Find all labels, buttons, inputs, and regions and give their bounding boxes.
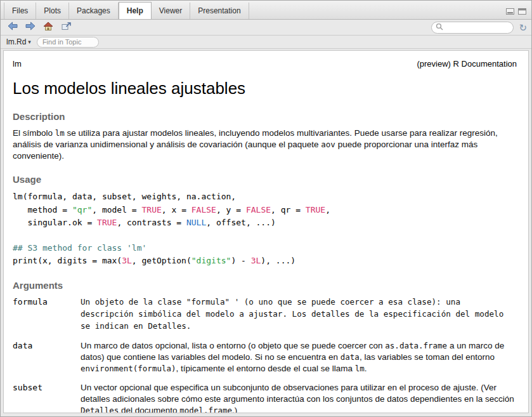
text-segment: . <box>365 364 367 373</box>
back-arrow-icon <box>8 22 18 33</box>
argument-row-data: data Un marco de datos opcional, lista o… <box>13 340 517 374</box>
home-button[interactable] <box>41 21 56 34</box>
maximize-pane-icon[interactable] <box>518 8 526 15</box>
code-token-comment: ## S3 method for class 'lm' <box>13 243 146 253</box>
minimize-pane-icon[interactable] <box>506 8 514 15</box>
code-token-const: FALSE <box>191 205 216 215</box>
tab-files-label: Files <box>12 6 28 15</box>
description-paragraph: El símbolo lm se utiliza para ajustar mo… <box>13 128 517 161</box>
code-token-const: FALSE <box>246 205 271 215</box>
find-in-topic-input[interactable] <box>37 37 99 48</box>
text-segment: .) <box>232 406 237 413</box>
tab-plots-label: Plots <box>44 6 61 15</box>
help-toolbar: ↻ <box>1 20 531 36</box>
code-token: , qr = <box>271 205 306 215</box>
inline-code: data <box>341 352 360 362</box>
code-token-num: 3L <box>122 256 132 265</box>
code-line: ## S3 method for class 'lm' <box>13 242 517 255</box>
toolbar-right-group: ↻ <box>431 22 527 34</box>
code-token: print(x, digits = max( <box>13 256 122 265</box>
tab-packages[interactable]: Packages <box>69 3 119 19</box>
argument-description: Un vector opcional que especifica un sub… <box>81 382 517 413</box>
code-token: , y = <box>216 205 246 215</box>
tab-viewer[interactable]: Viewer <box>152 3 190 19</box>
tab-presentation-label: Presentation <box>198 6 240 15</box>
text-segment: Un objeto de la clase "formula" ' (o uno… <box>81 297 503 331</box>
text-segment: , típicamente el entorno desde el cual s… <box>176 364 355 373</box>
code-token-const: TRUE <box>97 218 117 227</box>
argument-row-formula: formula Un objeto de la clase "formula" … <box>13 296 517 333</box>
help-search-box[interactable] <box>431 22 514 34</box>
code-token: , offset, ...) <box>206 218 276 227</box>
code-token-str: "digits" <box>191 256 231 265</box>
code-token: , x = <box>162 205 191 215</box>
window-controls <box>506 8 531 19</box>
code-line: lm(formula, data, subset, weights, na.ac… <box>13 190 517 203</box>
help-pane-window: Files Plots Packages Help Viewer Present… <box>0 0 532 417</box>
show-in-new-window-button[interactable] <box>58 21 74 34</box>
code-token: , <box>325 205 330 215</box>
usage-code-block: lm(formula, data, subset, weights, na.ac… <box>13 190 517 267</box>
code-token-num: 3L <box>251 256 261 265</box>
inline-code: lm <box>355 364 365 373</box>
code-token: lm(formula, data, subset, weights, na.ac… <box>13 192 236 201</box>
inline-code: model.frame <box>179 406 232 413</box>
forward-arrow-icon <box>25 22 36 33</box>
code-token-null: NULL <box>186 218 206 227</box>
page-title: Los modelos lineales ajustables <box>13 79 517 98</box>
help-document-scroll-area[interactable]: lm (preview) R Documentation Los modelos… <box>3 50 529 413</box>
content-frame: lm (preview) R Documentation Los modelos… <box>1 49 531 416</box>
forward-button[interactable] <box>23 21 38 34</box>
text-segment: Un marco de datos opcional, lista o ento… <box>81 341 385 350</box>
tab-packages-label: Packages <box>77 6 110 15</box>
tab-help[interactable]: Help <box>119 2 152 19</box>
code-token: singular.ok = <box>13 218 97 227</box>
search-input[interactable] <box>446 23 509 31</box>
usage-heading: Usage <box>13 174 517 185</box>
tab-viewer-label: Viewer <box>159 6 182 15</box>
inline-code: lm <box>55 128 65 138</box>
code-token: , contrasts = <box>117 218 186 227</box>
doc-header: lm (preview) R Documentation <box>13 59 517 69</box>
topic-file-dropdown[interactable]: lm.Rd ▾ <box>6 37 31 46</box>
home-icon <box>43 22 53 34</box>
doc-package-label: (preview) R Documentation <box>417 59 517 69</box>
argument-description: Un objeto de la clase "formula" ' (o uno… <box>81 296 517 333</box>
popout-window-icon <box>62 22 71 33</box>
code-token-const: TRUE <box>142 205 162 215</box>
code-token-str: "qr" <box>72 205 92 215</box>
code-token-const: TRUE <box>306 205 325 215</box>
argument-term: data <box>13 340 81 374</box>
argument-term: formula <box>13 296 81 333</box>
tab-files[interactable]: Files <box>4 3 36 19</box>
tab-help-label: Help <box>127 6 143 15</box>
code-token: , getOption( <box>132 256 191 265</box>
inline-code: as.data.frame <box>385 341 447 350</box>
tab-plots[interactable]: Plots <box>36 3 69 19</box>
topic-file-label: lm.Rd <box>6 37 26 46</box>
search-icon <box>436 22 443 33</box>
text-segment: del documento <box>119 406 179 413</box>
chevron-down-icon: ▾ <box>28 39 31 45</box>
text-segment: Un vector opcional que especifica un sub… <box>81 383 514 404</box>
back-button[interactable] <box>5 21 20 34</box>
topic-bar: lm.Rd ▾ <box>1 36 531 49</box>
inline-code: Detalles <box>81 406 119 413</box>
argument-row-subset: subset Un vector opcional que especifica… <box>13 382 517 413</box>
code-line <box>13 229 517 242</box>
description-heading: Description <box>13 111 517 122</box>
inline-code: aov <box>321 140 335 149</box>
refresh-icon[interactable]: ↻ <box>519 23 527 32</box>
code-token: method = <box>13 205 72 215</box>
text-segment: El símbolo <box>13 128 55 138</box>
doc-topic-name: lm <box>13 59 22 69</box>
code-line: method = "qr", model = TRUE, x = FALSE, … <box>13 204 517 216</box>
pane-tabbar: Files Plots Packages Help Viewer Present… <box>1 1 531 20</box>
argument-description: Un marco de datos opcional, lista o ento… <box>81 340 517 374</box>
code-token: ), ...) <box>261 256 295 265</box>
inline-code: environment(formula) <box>81 364 176 373</box>
arguments-heading: Arguments <box>13 280 517 291</box>
text-segment: , las variables se toman del entorno <box>360 352 495 362</box>
argument-term: subset <box>13 382 81 413</box>
tab-presentation[interactable]: Presentation <box>190 3 249 19</box>
